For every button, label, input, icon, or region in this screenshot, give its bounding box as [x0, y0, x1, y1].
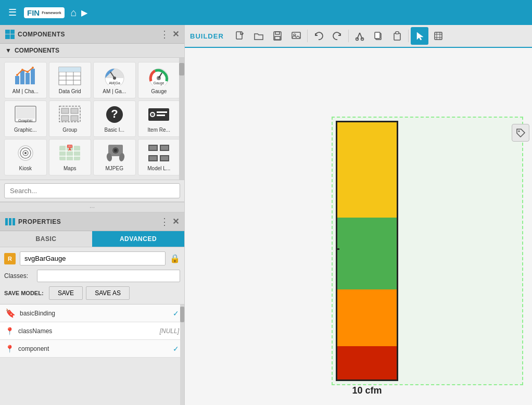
basicbinding-check: ✓	[173, 309, 179, 318]
properties-dots-menu[interactable]: ⋮	[160, 217, 169, 226]
search-input[interactable]	[4, 183, 180, 198]
component-basicinfo[interactable]: ? Basic I...	[93, 100, 136, 137]
properties-close-button[interactable]: ✕	[172, 217, 179, 226]
group-icon	[57, 104, 82, 125]
component-maps[interactable]: 280 Maps	[49, 139, 92, 175]
svg-text:280: 280	[68, 145, 72, 148]
amchart-label: AM | Cha...	[12, 88, 39, 95]
toolbar-cut-button[interactable]	[351, 27, 369, 45]
hamburger-menu[interactable]: ☰	[5, 5, 20, 20]
component-amchart[interactable]: AM | Cha...	[4, 62, 47, 98]
component-name-row: R svgBarGauge 🔒	[4, 251, 180, 265]
toolbar-new-button[interactable]	[231, 27, 249, 45]
component-graphic[interactable]: Graphic Graphic...	[4, 100, 47, 137]
search-container	[0, 180, 184, 202]
toolbar-select-button[interactable]	[411, 27, 428, 45]
modellink-icon	[146, 143, 171, 163]
toolbar-save-button[interactable]	[269, 27, 286, 45]
svg-rect-73	[396, 32, 399, 34]
lock-icon[interactable]: 🔒	[170, 254, 180, 263]
svg-rect-0	[15, 76, 19, 84]
properties-scrollbar[interactable]	[180, 305, 184, 405]
toolbar-copy-button[interactable]	[370, 27, 387, 45]
toolbar-redo-button[interactable]	[328, 27, 346, 45]
mjpeg-icon	[102, 143, 127, 163]
component-datagrid[interactable]: Data Grid	[49, 62, 92, 98]
component-pin-icon: 📍	[5, 345, 14, 353]
component-grid: AM | Cha... Data Gr	[0, 58, 184, 180]
forward-arrow-icon[interactable]: ▶	[81, 8, 87, 18]
tab-basic[interactable]: BASIC	[0, 231, 92, 247]
components-close-button[interactable]: ✕	[172, 29, 179, 39]
svg-rect-28	[71, 108, 78, 113]
graphic-icon: Graphic	[13, 104, 38, 125]
basicinfo-icon: ?	[102, 104, 127, 125]
panel-drag-handle[interactable]: ···	[0, 202, 184, 212]
canvas-area[interactable]: 10 cfm	[185, 48, 532, 405]
components-dots-menu[interactable]: ⋮	[160, 30, 169, 39]
properties-section: PROPERTIES ⋮ ✕ BASIC ADVANCED R svgBarGa…	[0, 212, 184, 405]
gauge-segment-yellow	[337, 122, 397, 218]
classes-label: Classes:	[4, 272, 33, 280]
component-check: ✓	[173, 345, 179, 353]
builder-title: BUILDER	[190, 32, 224, 40]
toolbar-separator-3	[408, 30, 409, 42]
component-kiosk[interactable]: Kiosk	[4, 139, 47, 175]
gauge-wrapper	[336, 121, 398, 381]
component-itemref[interactable]: Item Re...	[138, 100, 181, 137]
classes-row: Classes:	[4, 269, 180, 283]
component-group[interactable]: Group	[49, 100, 92, 137]
gauge-label: Gauge	[151, 88, 167, 95]
svg-rect-57	[149, 156, 157, 160]
properties-panel-header: PROPERTIES ⋮ ✕	[0, 212, 184, 231]
toolbar-undo-button[interactable]	[310, 27, 327, 45]
toolbar-frame-button[interactable]	[429, 27, 447, 45]
prop-item-basicbinding[interactable]: 🔖 basicBinding ✓	[0, 305, 184, 322]
svg-point-6	[27, 71, 29, 73]
toolbar-image-button[interactable]	[287, 27, 305, 45]
prop-item-classnames[interactable]: 📍 classNames [NULL]	[0, 322, 184, 340]
svg-rect-55	[149, 146, 157, 150]
components-scrollbar[interactable]	[179, 58, 184, 180]
svg-rect-62	[275, 32, 280, 34]
gauge-segment-red	[337, 346, 397, 379]
classes-input[interactable]	[37, 270, 180, 282]
toolbar-open-button[interactable]	[250, 27, 268, 45]
component-name-input[interactable]: svgBarGauge	[20, 251, 166, 265]
component-modellink[interactable]: Model L...	[138, 139, 181, 175]
amchart-icon	[13, 66, 38, 86]
save-model-label: SAVE MODEL:	[4, 290, 46, 296]
component-prop-name: component	[18, 345, 169, 352]
group-label: Group	[62, 127, 77, 133]
prop-item-component[interactable]: 📍 component ✓	[0, 340, 184, 358]
right-panel: BUILDER	[185, 25, 532, 405]
components-collapse-arrow[interactable]: ▼	[5, 47, 11, 54]
tab-advanced[interactable]: ADVANCED	[92, 231, 184, 247]
save-button[interactable]: SAVE	[49, 286, 83, 300]
svg-point-4	[16, 74, 18, 76]
toolbar-separator-2	[348, 30, 349, 42]
itemref-label: Item Re...	[148, 127, 170, 133]
svg-rect-30	[71, 116, 78, 121]
properties-title: PROPERTIES	[18, 218, 157, 225]
maps-label: Maps	[64, 166, 76, 172]
gauge-tag-button[interactable]	[512, 124, 529, 142]
toolbar-paste-button[interactable]	[388, 27, 406, 45]
gauge-widget[interactable]: 10 cfm	[336, 121, 398, 396]
svg-rect-29	[61, 116, 69, 121]
svg-rect-72	[394, 33, 400, 40]
save-as-button[interactable]: SAVE AS	[86, 286, 130, 300]
home-icon[interactable]: ⌂	[71, 7, 77, 19]
component-mjpeg[interactable]: MJPEG	[93, 139, 136, 175]
svg-point-41	[24, 152, 27, 154]
datagrid-label: Data Grid	[59, 88, 81, 95]
svg-text:Gauge: Gauge	[154, 81, 164, 85]
gauge-segment-orange	[337, 289, 397, 346]
properties-tabs: BASIC ADVANCED	[0, 231, 184, 247]
svg-rect-58	[161, 156, 168, 160]
component-gauge[interactable]: Gauge Gauge	[138, 62, 181, 98]
amgauge-label: AM | Ga...	[103, 88, 126, 95]
left-panel: COMPONENTS ⋮ ✕ ▼ COMPONENTS	[0, 25, 185, 405]
components-panel-header: COMPONENTS ⋮ ✕	[0, 25, 184, 44]
component-amgauge[interactable]: AM|Ga AM | Ga...	[93, 62, 136, 98]
